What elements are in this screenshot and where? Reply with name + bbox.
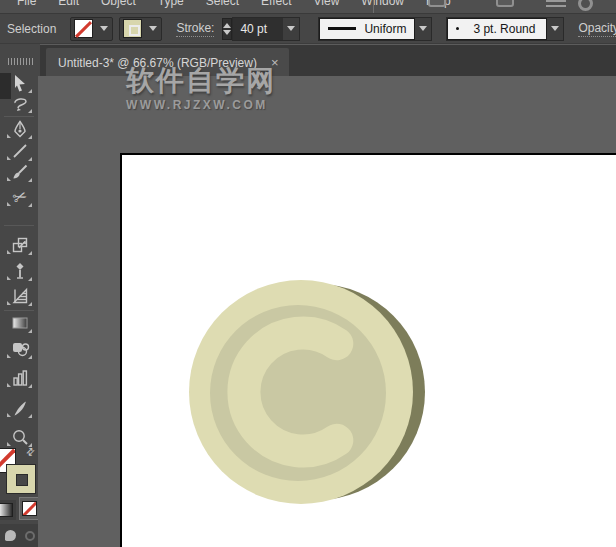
fill-color-dropdown[interactable] (70, 17, 113, 41)
search-stock-icon[interactable] (578, 0, 593, 11)
menubar-separator (373, 0, 374, 13)
selection-mode-label: Selection (7, 22, 56, 36)
width-profile-value: Uniform (364, 22, 406, 36)
knife-tool[interactable] (7, 397, 33, 419)
stepper-down-icon[interactable] (223, 30, 231, 35)
column-graph-tool[interactable] (7, 367, 33, 389)
control-bar: Selection Stroke: 40 pt Uniform (0, 13, 616, 44)
toolbar-grip-icon[interactable] (8, 58, 33, 65)
stroke-swatch[interactable] (6, 464, 36, 494)
chevron-down-icon (287, 26, 295, 31)
shape-builder-tool[interactable] (7, 338, 33, 360)
paintbrush-tool[interactable] (7, 161, 33, 183)
stepper-up-icon[interactable] (223, 23, 231, 28)
menu-edit[interactable]: Edit (47, 0, 90, 8)
stroke-color-swatch[interactable] (123, 19, 142, 38)
arrange-documents-icon[interactable] (428, 0, 446, 7)
perspective-grid-tool[interactable] (7, 285, 33, 307)
swap-fill-stroke-icon[interactable]: ⇄ (23, 445, 37, 459)
menu-effect[interactable]: Effect (250, 0, 302, 8)
line-segment-tool[interactable] (7, 140, 33, 162)
opacity-label[interactable]: Opacity: (578, 21, 616, 37)
stroke-weight-value[interactable]: 40 pt (233, 18, 283, 40)
fill-none-swatch[interactable] (74, 19, 93, 38)
tab-bar: Untitled-3* @ 66.67% (RGB/Preview) × (0, 44, 616, 76)
chevron-down-icon (100, 26, 108, 31)
workspace-icon[interactable] (496, 0, 514, 7)
stroke-color-dropdown[interactable] (119, 17, 162, 41)
close-icon[interactable]: × (271, 56, 279, 69)
draw-normal-icon[interactable] (5, 530, 16, 541)
menu-object[interactable]: Object (90, 0, 147, 8)
brush-definition-dropdown[interactable]: 3 pt. Round (446, 17, 564, 41)
lasso-tool[interactable] (7, 92, 33, 114)
brush-definition-value: 3 pt. Round (473, 22, 535, 36)
scissors-icon: ✂ (10, 187, 29, 208)
puppet-warp-tool[interactable] (7, 260, 33, 282)
menu-select[interactable]: Select (195, 0, 250, 8)
workspace-switcher-icon[interactable] (546, 0, 566, 7)
stroke-weight-stepper[interactable] (222, 18, 232, 40)
chevron-down-icon (419, 26, 427, 31)
pen-tool[interactable] (7, 118, 33, 140)
selection-tool[interactable] (7, 72, 33, 94)
document-tab-strip: Untitled-3* @ 66.67% (RGB/Preview) × (40, 44, 616, 76)
draw-behind-icon[interactable] (25, 531, 35, 541)
menu-type[interactable]: Type (147, 0, 195, 8)
canvas-pasteboard[interactable] (38, 76, 616, 547)
uniform-profile-icon (328, 27, 356, 30)
none-color-button[interactable] (19, 497, 40, 520)
menu-view[interactable]: View (303, 0, 351, 8)
chevron-down-icon (551, 26, 559, 31)
scissors-tool[interactable]: ✂ (7, 186, 33, 208)
coin-artwork[interactable] (38, 76, 616, 547)
scale-tool[interactable] (7, 234, 33, 256)
document-tab-title: Untitled-3* @ 66.67% (RGB/Preview) (58, 56, 257, 70)
document-tab[interactable]: Untitled-3* @ 66.67% (RGB/Preview) × (46, 48, 289, 77)
stroke-weight-label[interactable]: Stroke: (176, 21, 214, 37)
basic-brush-icon (456, 27, 459, 30)
toolbar-bottom-strip (0, 524, 38, 547)
menu-file[interactable]: File (6, 0, 47, 8)
illustrator-window: File Edit Object Type Select Effect View… (0, 0, 616, 547)
menu-bar: File Edit Object Type Select Effect View… (0, 0, 616, 13)
gradient-tool[interactable] (7, 312, 33, 334)
stroke-weight-dropdown[interactable]: 40 pt (232, 17, 300, 41)
menu-window[interactable]: Window (350, 0, 415, 8)
gradient-button[interactable] (0, 500, 16, 520)
tools-panel: ✂ (0, 76, 38, 547)
width-profile-dropdown[interactable]: Uniform (318, 17, 432, 41)
chevron-down-icon (149, 26, 157, 31)
